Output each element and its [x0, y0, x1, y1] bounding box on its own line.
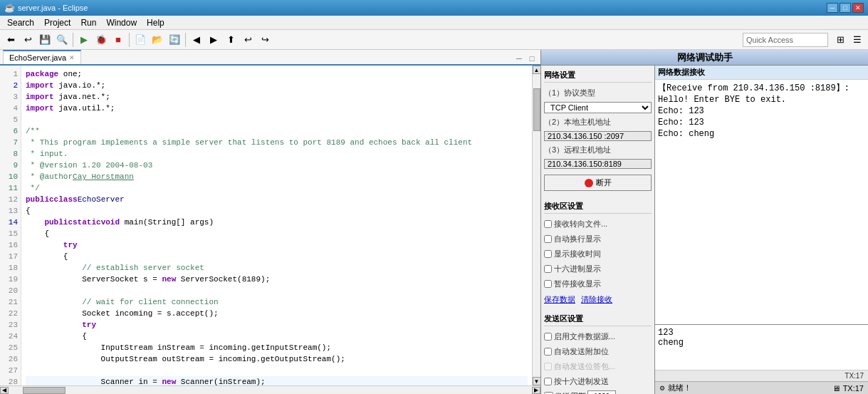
send-opt-2: 自动发送附加位: [544, 346, 652, 358]
toolbar-refresh-btn[interactable]: 🔄: [167, 32, 182, 48]
code-line-22: Socket incoming = s.accept();: [26, 308, 528, 319]
tx-label: TX:17: [845, 372, 864, 380]
code-line-5: [26, 114, 528, 125]
menu-window[interactable]: Window: [102, 16, 141, 29]
send-checkbox-4[interactable]: [544, 378, 552, 385]
scrollbar-up-arrow[interactable]: ▲: [533, 66, 541, 74]
send-period-input[interactable]: [587, 390, 616, 394]
toolbar-open-btn[interactable]: 📂: [150, 32, 165, 48]
code-line-18: // establish server socket: [26, 262, 528, 274]
line-num-2: 2: [0, 80, 21, 91]
main-area: EchoServer.java ✕ ─ □ 1 2 3 4 5 6 7 8 9 …: [0, 50, 868, 394]
send-content[interactable]: 123 cheng: [655, 325, 868, 370]
toolbar: ⬅ ↩ 💾 🔍 ▶ 🐞 ■ 📄 📂 🔄 ◀ ▶ ⬆ ↩ ↪ Quick Acce…: [0, 30, 868, 50]
editor-tab[interactable]: EchoServer.java ✕: [3, 50, 81, 64]
menu-project[interactable]: Project: [40, 16, 75, 29]
line-num-8: 8: [0, 148, 21, 160]
code-line-27: [26, 365, 528, 376]
right-status-tx: TX:17: [843, 384, 864, 393]
line-num-23: 23: [0, 319, 21, 331]
quick-access-box[interactable]: Quick Access: [743, 33, 828, 47]
menu-run[interactable]: Run: [76, 16, 100, 29]
code-line-2: import java.io.*;: [26, 80, 528, 91]
receive-checkbox-4[interactable]: [544, 265, 552, 273]
receive-checkbox-1[interactable]: [544, 220, 552, 228]
data-line-1: 【Receive from 210.34.136.150 :8189】:: [658, 83, 865, 94]
toolbar-next-btn[interactable]: ▶: [206, 32, 221, 48]
tab-filename: EchoServer.java: [9, 53, 66, 62]
toolbar-redo-btn[interactable]: ↪: [257, 32, 273, 48]
receive-checkbox-2[interactable]: [544, 235, 552, 243]
scrollbar-down-arrow[interactable]: ▼: [533, 377, 541, 385]
send-opt-2-label: 自动发送附加位: [554, 346, 609, 357]
send-checkbox-1[interactable]: [544, 333, 552, 341]
receive-checkbox-3[interactable]: [544, 250, 552, 258]
local-addr-label: （2）本地主机地址: [544, 116, 652, 128]
remote-addr-field[interactable]: 210.34.136.150:8189: [544, 159, 652, 169]
toolbar-perspective-btn[interactable]: ☰: [849, 32, 865, 48]
code-line-7: * This program implements a simple serve…: [26, 137, 528, 148]
right-content: 网络设置 （1）协议类型 TCP Client （2）本地主机地址 210.34…: [541, 66, 868, 394]
tab-bar: EchoServer.java ✕ ─ □: [0, 50, 540, 66]
toolbar-undo-btn[interactable]: ↩: [240, 32, 256, 48]
tab-maximize-btn[interactable]: □: [526, 53, 538, 64]
toolbar-run-btn[interactable]: ▶: [76, 32, 92, 48]
settings-panel: 网络设置 （1）协议类型 TCP Client （2）本地主机地址 210.34…: [541, 66, 655, 394]
disconnect-button[interactable]: 断开: [544, 175, 652, 191]
line-num-20: 20: [0, 285, 21, 296]
receive-opt-3: 显示接收时间: [544, 248, 652, 260]
toolbar-prev-btn[interactable]: ◀: [189, 32, 204, 48]
minimize-button[interactable]: ─: [827, 3, 838, 13]
receive-links: 保存数据 清除接收: [544, 293, 652, 306]
line-num-7: 7: [0, 137, 21, 148]
scrollbar-h-thumb[interactable]: [23, 387, 66, 394]
data-receive-title: 网络数据接收: [655, 66, 868, 80]
tab-close-btn[interactable]: ✕: [69, 54, 75, 61]
data-line-3: Echo: 123: [658, 105, 865, 117]
menu-help[interactable]: Help: [142, 16, 169, 29]
toolbar-new-btn[interactable]: 📄: [132, 32, 148, 48]
toolbar-btn-3[interactable]: 🔍: [54, 32, 70, 48]
toolbar-stop-btn[interactable]: ■: [110, 32, 126, 48]
toolbar-up-btn[interactable]: ⬆: [223, 32, 239, 48]
back-button[interactable]: ⬅: [3, 32, 19, 48]
editor-container: 1 2 3 4 5 6 7 8 9 10 11 12 13 14 15 16 1…: [0, 66, 540, 385]
code-area[interactable]: package one; import java.io.*; import ja…: [21, 66, 532, 385]
toolbar-debug-btn[interactable]: 🐞: [93, 32, 109, 48]
toolbar-layout-btn[interactable]: ⊞: [832, 32, 848, 48]
send-settings-title: 发送区设置: [544, 312, 652, 326]
save-data-link[interactable]: 保存数据: [544, 294, 575, 305]
line-num-18: 18: [0, 262, 21, 274]
send-checkbox-2[interactable]: [544, 348, 552, 356]
protocol-select[interactable]: TCP Client: [544, 102, 652, 113]
line-num-25: 25: [0, 342, 21, 353]
scrollbar-right-arrow[interactable]: ▶: [532, 387, 540, 394]
code-line-23: try: [26, 319, 528, 331]
scrollbar-left-arrow[interactable]: ◀: [0, 387, 9, 394]
scrollbar-thumb[interactable]: [533, 88, 540, 131]
editor-scrollbar-v[interactable]: ▲ ▼: [532, 66, 540, 385]
toolbar-separator-3: [185, 33, 186, 47]
toolbar-btn-2[interactable]: 💾: [37, 32, 53, 48]
clear-receive-link[interactable]: 清除接收: [581, 294, 612, 305]
disconnect-label: 断开: [596, 177, 612, 188]
maximize-button[interactable]: □: [840, 3, 851, 13]
send-period-checkbox[interactable]: [544, 392, 553, 395]
toolbar-btn-1[interactable]: ↩: [20, 32, 36, 48]
line-num-10: 10: [0, 171, 21, 182]
line-num-9: 9: [0, 160, 21, 171]
local-addr-field[interactable]: 210.34.136.150 :2097: [544, 131, 652, 141]
menu-search[interactable]: Search: [3, 16, 38, 29]
protocol-label: （1）协议类型: [544, 87, 652, 99]
close-button[interactable]: ✕: [852, 3, 864, 13]
receive-checkbox-5[interactable]: [544, 280, 552, 288]
tab-minimize-btn[interactable]: ─: [513, 53, 525, 64]
code-line-12: public class EchoServer: [26, 194, 528, 205]
remote-addr-label: （3）远程主机地址: [544, 144, 652, 156]
network-settings-title: 网络设置: [544, 68, 652, 83]
send-opt-1-label: 启用文件数据源...: [554, 331, 615, 342]
send-checkbox-3[interactable]: [544, 363, 552, 370]
code-line-9: * @version 1.20 2004-08-03: [26, 160, 528, 171]
editor-scrollbar-h[interactable]: ◀ ▶: [0, 385, 540, 394]
code-line-20: [26, 285, 528, 296]
